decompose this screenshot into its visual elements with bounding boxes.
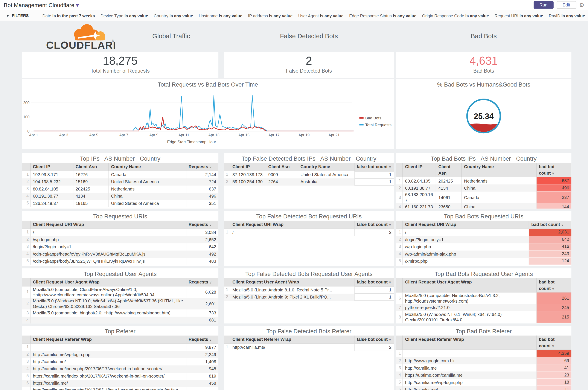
table-row[interactable]: 1http://camilia.me/2 (224, 344, 394, 351)
column-header[interactable]: Client Asn (436, 163, 462, 177)
column-header[interactable]: Client Request User Agent Wrap (230, 278, 354, 286)
filter-item[interactable]: Date is in the past 7 weeks (42, 13, 95, 18)
filters-expand-icon[interactable]: ▶ (7, 14, 9, 17)
column-header[interactable]: Client Request User Agent Wrap (403, 278, 537, 292)
table-row[interactable]: 1/2 (224, 229, 394, 236)
table-row[interactable]: 2/login/?login_only=1642 (396, 236, 571, 243)
table-row[interactable]: 8Mozilla/5.0 (Windows NT 6.1; Win64; x64… (396, 311, 571, 323)
column-header[interactable]: bad bot count∨ (537, 163, 572, 177)
table-row[interactable]: 4/wp-admin/admin-ajax.php243 (396, 250, 571, 257)
table-row[interactable]: 5/xmlrpc.php124 (396, 257, 571, 265)
table-row[interactable]: 14,359 (396, 350, 571, 357)
column-header[interactable]: false bot count∨ (354, 278, 394, 286)
top-ips-table: Top IPs - AS Number - CountryClient IPCl… (22, 153, 218, 209)
table-cell: 1 (354, 293, 394, 301)
table-row[interactable]: 1/3,084 (22, 229, 218, 236)
table-row[interactable]: 3http://camilia.me41 (396, 364, 571, 372)
column-header[interactable]: Client Request URI Wrap (230, 221, 354, 229)
column-header[interactable]: Client IP (230, 163, 266, 171)
column-header[interactable]: bad bot count∨ (537, 278, 572, 292)
column-header[interactable]: Requests∨ (186, 221, 219, 229)
table-row[interactable]: 5136.24.49.3719165United States of Ameri… (22, 200, 218, 207)
table-row[interactable]: 368.183.200.16714061Canada237 (396, 192, 571, 203)
column-header[interactable]: Client Request URI Wrap (31, 221, 186, 229)
column-header[interactable]: Client IP (403, 163, 436, 177)
table-row[interactable]: 7http://camilia.me/index.php/2017/05/14/… (22, 387, 218, 390)
table-row[interactable]: 2http://camilia.me/wp-login.php2,249 (22, 351, 218, 358)
table-cell: 458 (186, 380, 219, 387)
table-row[interactable]: 5/cdn-cgi/apps/body/3Lh52SjWTQ4HRlErJykH… (22, 257, 218, 265)
column-header[interactable]: false bot count∨ (354, 221, 394, 229)
column-header[interactable]: Requests∨ (186, 278, 219, 286)
table-row[interactable]: 460.191.38.774134China496 (22, 193, 218, 200)
filter-item[interactable]: Edge Response Status is any value (349, 13, 416, 18)
table-cell: python-requests/2.21.0 (403, 304, 537, 311)
table-row[interactable]: 461.160.221.7323650China144 (396, 203, 571, 208)
filter-item[interactable]: RayID is any value (549, 13, 585, 18)
column-header[interactable]: bad bot count∨ (537, 336, 572, 350)
column-header[interactable]: Requests∨ (186, 163, 219, 171)
table-row[interactable]: 1192.99.8.17116276Canada2,144 (22, 171, 218, 178)
table-row[interactable]: 7python-requests/2.21.0245 (396, 304, 571, 311)
filter-item[interactable]: IP address is any value (248, 13, 293, 18)
filter-item[interactable]: Country is any value (154, 13, 193, 18)
table-cell: 1 (354, 178, 394, 185)
table-row[interactable]: 1Mozilla/5.0 (compatible; CloudFlare-Alw… (22, 286, 218, 298)
timeseries-svg[interactable]: 0100200Apr 1Apr 3Apr 5Apr 7Apr 9Apr 11Ap… (22, 88, 394, 148)
column-header[interactable]: Country Name (462, 163, 537, 177)
gauge-svg[interactable]: 25.34 (396, 89, 571, 146)
table-row[interactable]: 1Mozilla/5.0 (Linux; Android 8.1.0; Redm… (224, 286, 394, 293)
filter-item[interactable]: Hostname is any value (199, 13, 242, 18)
column-header[interactable]: Requests∨ (186, 336, 219, 343)
table-row[interactable]: 3/login/?login_only=1642 (22, 243, 218, 250)
legend-item-total-requests[interactable]: Total Requests (359, 122, 392, 127)
column-header[interactable]: Client Asn (266, 163, 298, 171)
edit-button[interactable]: Edit (556, 1, 576, 9)
table-row[interactable]: 19,877 (22, 344, 218, 351)
table-row[interactable]: 4https://uptime.com/camilia.me23 (396, 372, 571, 379)
filters-label[interactable]: FILTERS (12, 13, 29, 18)
table-row[interactable]: 6http://camilia.me/11 (396, 386, 571, 390)
legend-item-bad-bots[interactable]: Bad Bots (359, 116, 392, 120)
table-row[interactable]: 1/2,031 (396, 229, 571, 236)
column-header[interactable]: Country Name (298, 163, 354, 171)
table-row[interactable]: 3Mozilla/5.0 (compatible; bingbot/2.0; +… (22, 309, 218, 317)
table-row[interactable]: 137.120.138.1739009United States of Amer… (224, 171, 394, 178)
filter-item[interactable]: User Agent is any value (298, 13, 343, 18)
column-header[interactable]: Client Request Referer Wrap (230, 336, 354, 343)
table-row[interactable]: 4681 (22, 317, 218, 323)
table-row[interactable]: 3http://camilia.me/1,408 (22, 358, 218, 365)
table-row[interactable]: 380.82.64.105202425Netherlands637 (22, 185, 218, 193)
table-row[interactable]: 2/wp-login.php2,652 (22, 236, 218, 243)
column-header[interactable]: false bot count∨ (354, 336, 394, 343)
filter-item[interactable]: Request URI is any value (494, 13, 543, 18)
column-header[interactable]: Client Request Referer Wrap (403, 336, 537, 350)
column-header[interactable]: Client IP (31, 163, 73, 171)
table-row[interactable]: 2Mozilla/5.0 (Windows NT 10.0; Win64; x6… (22, 298, 218, 309)
table-row[interactable]: 5http://camilia.me/wp-login.php18 (396, 379, 571, 386)
table-row[interactable]: 2Mozilla/5.0 (Linux; Android 9; Pixel 2 … (224, 293, 394, 301)
table-row[interactable]: 3/wp-login.php416 (396, 243, 571, 250)
table-row[interactable]: 4/cdn-cgi/apps/head/xVgyKhR-vV3dAUGhMqfB… (22, 250, 218, 257)
column-header[interactable]: Client Request URI Wrap (403, 221, 529, 229)
table-row[interactable]: 260.191.38.774134China496 (396, 185, 571, 192)
column-header[interactable]: Client Request Referer Wrap (31, 336, 186, 343)
table-row[interactable]: 2104.198.5.23215169United States of Amer… (22, 178, 218, 185)
table-row[interactable]: 259.100.254.1302764Australia1 (224, 178, 394, 185)
column-header[interactable]: false bot count∨ (354, 163, 394, 171)
filter-item[interactable]: Device Type is any value (100, 13, 148, 18)
column-header[interactable]: Client Asn (73, 163, 109, 171)
column-header[interactable]: bad bot count∨ (529, 221, 571, 229)
table-row[interactable]: 180.82.64.105202425Netherlands637 (396, 177, 571, 185)
table-row[interactable]: 5https://camilia.me/index.php/2017/06/17… (22, 372, 218, 380)
column-header[interactable]: Country Name (109, 163, 186, 171)
gear-icon[interactable]: ⚙ (579, 2, 584, 8)
table-cell: /wp-login.php (403, 243, 529, 250)
table-row[interactable]: 6https://camilia.me/458 (22, 380, 218, 387)
table-row[interactable]: 6Mozilla/5.0 (compatible; Nimbostratus-B… (396, 293, 571, 304)
run-button[interactable]: Run (534, 1, 553, 9)
table-row[interactable]: 2http://www.google.com.hk69 (396, 357, 571, 364)
filter-item[interactable]: Origin Response Code is any value (422, 13, 489, 18)
column-header[interactable]: Client Request User Agent Wrap (31, 278, 186, 286)
table-row[interactable]: 4http://camilia.me/index.php/2017/06/17/… (22, 365, 218, 372)
